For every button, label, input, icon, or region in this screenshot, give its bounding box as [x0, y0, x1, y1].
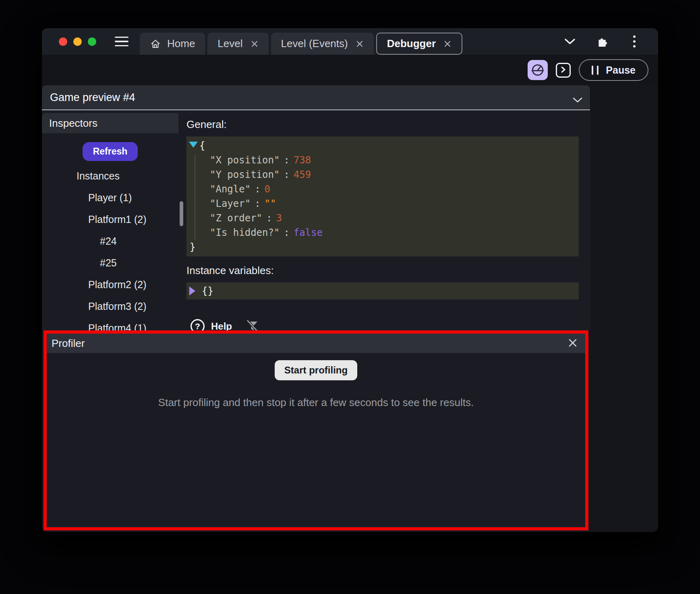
general-json-viewer: { "X position":738"Y position":459"Angle… — [186, 136, 579, 256]
collapse-arrow-icon[interactable] — [189, 142, 198, 148]
tab-level[interactable]: Level — [207, 33, 268, 55]
chevron-down-icon[interactable] — [572, 93, 583, 106]
json-property-row: "Z order":3 — [186, 211, 579, 225]
json-key: "Layer" — [210, 198, 251, 209]
json-property-row: "Y position":459 — [186, 167, 579, 182]
profiler-title: Profiler — [52, 337, 85, 350]
expand-arrow-icon[interactable] — [189, 287, 195, 295]
close-icon — [567, 338, 578, 349]
tree-item-label: Player (1) — [88, 192, 132, 204]
instances-tree: Instances Player (1) Platform1 (2) #24 #… — [42, 165, 178, 330]
tab-label: Level (Events) — [281, 37, 348, 50]
tab-close-icon[interactable] — [251, 40, 259, 48]
tab-label: Home — [167, 37, 195, 50]
tab-label: Debugger — [387, 37, 436, 50]
game-preview-title: Game preview #4 — [50, 91, 135, 104]
json-colon: : — [284, 169, 289, 180]
instances-tree-item[interactable]: Player (1) — [42, 187, 178, 208]
json-key: "Y position" — [210, 169, 280, 180]
close-profiler-button[interactable] — [567, 338, 578, 349]
pause-button[interactable]: Pause — [579, 59, 648, 81]
tab-close-icon[interactable] — [356, 40, 364, 48]
json-value: 3 — [276, 212, 282, 224]
debugger-toolbar: Pause — [42, 55, 658, 85]
general-section-title: General: — [186, 118, 590, 131]
json-key: "Z order" — [210, 212, 262, 224]
chevron-down-icon[interactable] — [564, 38, 576, 45]
tab-bar: Home Level Level (Events) Debugger — [42, 28, 658, 55]
json-rows: "X position":738"Y position":459"Angle":… — [186, 153, 579, 240]
profiler-header: Profiler — [47, 334, 585, 353]
instances-tree-item[interactable]: Platform4 (1) — [42, 317, 178, 330]
tree-item-label: #24 — [100, 235, 117, 247]
inspectors-header: Inspectors — [42, 113, 178, 133]
instances-tree-item[interactable]: #24 — [42, 230, 178, 252]
json-property-row: "Angle":0 — [186, 182, 579, 196]
instance-variables-viewer: {} — [186, 283, 579, 299]
inspectors-sidebar: Inspectors Refresh Instances Player (1) … — [42, 110, 178, 330]
instances-tree-item[interactable]: Platform1 (2) — [42, 208, 178, 230]
zoom-window-icon[interactable] — [88, 37, 96, 46]
instances-tree-item[interactable]: Platform2 (2) — [42, 274, 178, 295]
tree-item-label: Platform2 (2) — [88, 279, 146, 291]
json-property-row: "Is hidden?":false — [186, 225, 579, 240]
json-close-brace: } — [186, 240, 579, 254]
home-icon — [150, 38, 161, 50]
inspectors-title: Inspectors — [49, 117, 97, 130]
json-property-row: "Layer":"" — [186, 196, 579, 211]
json-key: "Is hidden?" — [210, 227, 280, 238]
game-preview-selector[interactable]: Game preview #4 — [42, 85, 590, 110]
tab-close-icon[interactable] — [443, 40, 451, 48]
tab-label: Level — [217, 37, 242, 50]
inspector-detail-panel: General: { "X position":738"Y position":… — [178, 110, 590, 330]
json-colon: : — [255, 198, 260, 209]
json-value: false — [294, 227, 323, 238]
instance-variables-value: {} — [202, 285, 213, 297]
pause-icon — [592, 66, 599, 75]
json-value: 0 — [265, 184, 270, 195]
instance-variables-title: Instance variables: — [186, 264, 590, 277]
tree-item-label: Platform3 (2) — [88, 301, 146, 312]
json-value: 738 — [294, 155, 311, 166]
json-colon: : — [284, 227, 289, 238]
tree-item-label: Platform4 (1) — [88, 322, 146, 331]
start-profiling-button[interactable]: Start profiling — [275, 360, 357, 380]
json-value: "" — [265, 198, 276, 209]
console-button[interactable] — [556, 63, 571, 78]
instances-tree-item[interactable]: #25 — [42, 252, 178, 274]
pause-button-label: Pause — [606, 64, 636, 76]
json-property-row: "X position":738 — [186, 153, 579, 167]
more-options-icon[interactable] — [628, 35, 640, 47]
app-window: Home Level Level (Events) Debugger — [42, 28, 658, 532]
profiler-description: Start profiling and then stop it after a… — [47, 396, 585, 409]
tab-level-events-[interactable]: Level (Events) — [271, 33, 374, 55]
profiler-body: Start profiling Start profiling and then… — [47, 353, 585, 409]
json-value: 459 — [294, 169, 311, 180]
indent-guide — [195, 155, 195, 240]
tree-item-label: #25 — [100, 257, 117, 269]
instances-tree-item[interactable]: Instances — [42, 165, 178, 187]
speedometer-icon — [530, 62, 545, 78]
instances-tree-item[interactable]: Platform3 (2) — [42, 295, 178, 317]
minimize-window-icon[interactable] — [73, 37, 82, 46]
json-key: "Angle" — [210, 184, 251, 195]
json-colon: : — [255, 184, 260, 195]
tree-item-label: Instances — [77, 170, 120, 182]
tree-item-label: Platform1 (2) — [88, 214, 146, 225]
json-open-brace: { — [186, 138, 579, 153]
json-colon: : — [284, 155, 289, 166]
tab-debugger[interactable]: Debugger — [376, 33, 462, 55]
json-colon: : — [266, 212, 272, 224]
profiler-toggle-button[interactable] — [528, 60, 548, 80]
tab-home[interactable]: Home — [140, 33, 205, 55]
main-menu-icon[interactable] — [115, 37, 128, 47]
chevron-right-icon — [560, 66, 567, 74]
close-window-icon[interactable] — [59, 37, 67, 46]
refresh-button[interactable]: Refresh — [83, 142, 138, 161]
profiler-panel: Profiler Start profiling Start profiling… — [43, 330, 588, 530]
json-key: "X position" — [210, 155, 280, 166]
extensions-puzzle-icon[interactable] — [596, 35, 608, 47]
tab-strip: Home Level Level (Events) Debugger — [140, 28, 462, 55]
window-controls — [59, 37, 96, 46]
debugger-main: Inspectors Refresh Instances Player (1) … — [42, 110, 590, 330]
